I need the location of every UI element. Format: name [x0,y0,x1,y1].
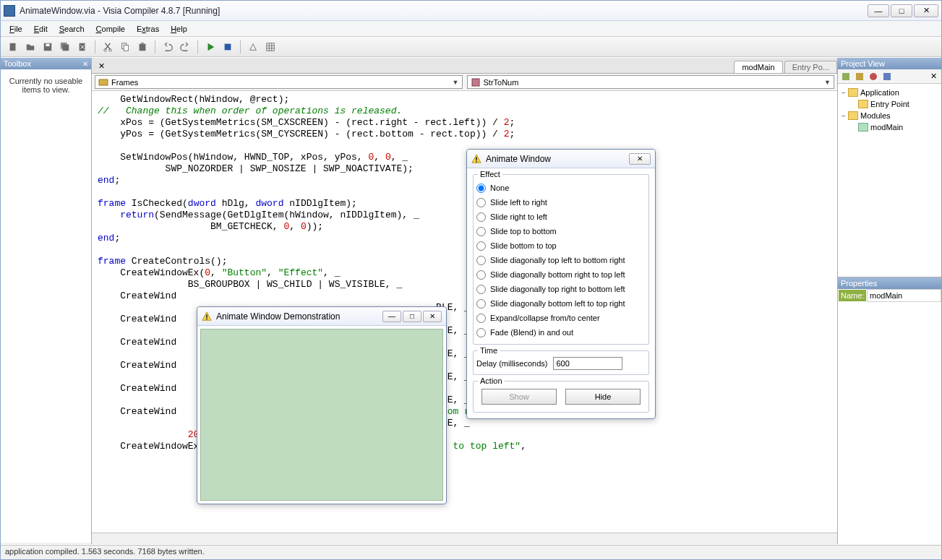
svg-rect-10 [140,43,146,51]
svg-point-18 [870,73,877,80]
effect-groupbox-label: Effect [478,170,502,178]
statusbar: application compiled. 1.563 seconds. 716… [1,545,941,559]
cut-icon[interactable] [100,39,116,55]
radio-slide-lr[interactable]: Slide left to right [476,195,646,210]
menu-help[interactable]: Help [165,23,193,35]
svg-rect-4 [63,44,69,51]
hide-button[interactable]: Hide [565,389,641,405]
action-groupbox-label: Action [478,376,505,385]
svg-rect-11 [141,42,144,44]
demo-maximize-button[interactable]: □ [403,311,421,322]
toolbox-panel: Toolbox ✕ Currently no useable items to … [1,58,92,544]
radio-slide-rl[interactable]: Slide right to left [476,210,646,224]
proj-btn-4[interactable] [881,71,893,82]
tab-entry-point[interactable]: Entry Po... [784,61,837,73]
demo-window: Animate Window Demonstration — □ ✕ [197,306,447,504]
radio-diag-brtl[interactable]: Slide diagonally bottom right to top lef… [476,267,646,282]
properties-header-label: Properties [841,279,877,288]
project-tree: −Application Entry Point −Modules modMai… [838,84,941,136]
effect-groupbox: Effect None Slide left to right Slide ri… [473,174,649,345]
status-text: application compiled. 1.563 seconds. 716… [5,547,205,556]
horizontal-scrollbar[interactable] [92,533,837,544]
grid-icon[interactable] [262,39,278,55]
redo-icon[interactable] [177,39,193,55]
demo-window-titlebar[interactable]: Animate Window Demonstration — □ ✕ [197,307,446,326]
app-icon [4,5,15,17]
chevron-down-icon: ▼ [824,79,831,86]
prop-name-key: Name: [838,289,867,302]
radio-fade[interactable]: Fade (Blend) in and out [476,325,646,340]
menu-compile[interactable]: Compile [90,23,131,35]
close-file-icon[interactable] [74,39,90,55]
svg-rect-0 [10,43,16,51]
radio-none[interactable]: None [476,181,646,195]
new-file-icon[interactable] [5,39,21,55]
run-icon[interactable] [202,39,218,55]
document-tabs: ✕ modMain Entry Po... [92,58,837,74]
menu-search[interactable]: Search [53,23,90,35]
close-button[interactable]: ✕ [914,4,938,17]
menu-extras[interactable]: Extras [131,23,165,35]
maximize-button[interactable]: □ [891,4,912,17]
toolbar [1,37,941,57]
toolbox-header-label: Toolbox [4,59,31,68]
action-groupbox: Action Show Hide [473,381,649,413]
radio-expand[interactable]: Expand/collapse from/to center [476,311,646,325]
undo-icon[interactable] [160,39,176,55]
copy-icon[interactable] [117,39,133,55]
project-toolbar: ✕ [838,69,941,84]
demo-minimize-button[interactable]: — [382,311,401,322]
time-groupbox-label: Time [478,346,500,355]
toolbox-header: Toolbox ✕ [1,58,91,69]
scope-combo[interactable]: Frames ▼ [95,75,463,89]
open-file-icon[interactable] [22,39,38,55]
svg-rect-14 [99,79,108,85]
show-button[interactable]: Show [481,389,557,405]
properties-grid: Name: modMain [838,289,941,302]
delay-input[interactable] [553,357,622,370]
build-icon[interactable] [245,39,261,55]
save-all-icon[interactable] [57,39,73,55]
demo-close-button[interactable]: ✕ [423,311,442,322]
proj-btn-3[interactable] [868,71,879,82]
chevron-down-icon: ▼ [453,79,459,86]
menu-file[interactable]: File [4,23,28,35]
tree-node-entry-point[interactable]: Entry Point [839,98,940,110]
svg-rect-23 [476,160,477,162]
config-close-button[interactable]: ✕ [629,153,651,165]
svg-rect-12 [225,43,231,50]
prop-name-value[interactable]: modMain [867,289,941,302]
titlebar: AnimateWindow.via - Visia Compiler 4.8.7… [1,1,941,21]
radio-diag-trbl[interactable]: Slide diagonally top right to bottom lef… [476,282,646,296]
svg-rect-22 [476,157,477,160]
minimize-button[interactable]: — [868,4,889,17]
demo-window-title: Animate Window Demonstration [216,311,381,322]
proj-btn-2[interactable] [854,71,865,82]
save-icon[interactable] [40,39,56,55]
warning-icon [471,154,481,164]
radio-diag-tlbr[interactable]: Slide diagonally top left to bottom righ… [476,253,646,267]
paste-icon[interactable] [134,39,150,55]
radio-diag-bltr[interactable]: Slide diagonally bottom left to top righ… [476,296,646,311]
radio-slide-tb[interactable]: Slide top to bottom [476,224,646,238]
radio-slide-bt[interactable]: Slide bottom to top [476,238,646,253]
config-window: Animate Window ✕ Effect None Slide left … [466,149,656,419]
svg-rect-16 [842,73,849,80]
menu-edit[interactable]: Edit [28,23,53,35]
member-combo[interactable]: StrToNum ▼ [467,75,835,89]
project-view-header: Project View [838,58,941,69]
project-view-close-icon[interactable]: ✕ [928,71,939,82]
window-title: AnimateWindow.via - Visia Compiler 4.8.7… [20,6,866,16]
tree-node-modmain[interactable]: modMain [839,121,940,133]
svg-rect-19 [883,73,891,80]
tab-modmain[interactable]: modMain [734,61,782,73]
proj-btn-1[interactable] [840,71,852,82]
tree-node-modules[interactable]: −Modules [839,110,940,121]
tree-node-application[interactable]: −Application [839,87,940,98]
member-combo-label: StrToNum [484,78,519,87]
stop-icon[interactable] [220,39,236,55]
config-window-titlebar[interactable]: Animate Window ✕ [467,150,655,168]
tab-close-icon[interactable]: ✕ [96,61,106,71]
toolbox-close-icon[interactable]: ✕ [82,60,88,68]
svg-rect-9 [124,45,128,51]
